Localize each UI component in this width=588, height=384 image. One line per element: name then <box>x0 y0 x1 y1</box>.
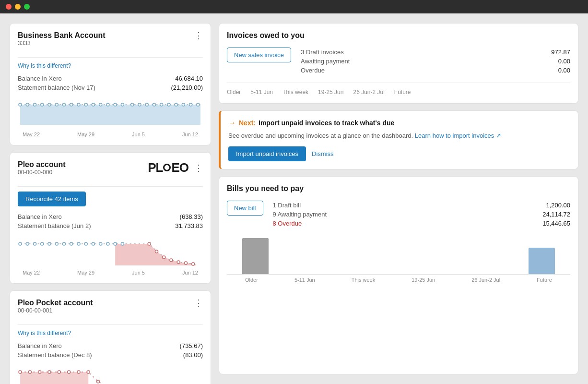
bank-account-menu-button[interactable]: ⋮ <box>194 31 203 40</box>
svg-point-3 <box>34 103 36 106</box>
new-sales-invoice-button[interactable]: New sales invoice <box>227 48 291 62</box>
bank-account-header: Business Bank Account 3333 ⋮ <box>18 31 203 52</box>
svg-point-43 <box>155 250 158 253</box>
invoice-stats: 3 Draft invoices 972.87 Awaiting payment… <box>301 48 570 75</box>
svg-marker-26 <box>115 244 196 265</box>
svg-point-17 <box>138 103 141 106</box>
learn-import-link[interactable]: Learn how to import invoices ↗ <box>415 132 501 139</box>
pleo-account-info: Pleo account 00-00-00-000 <box>18 160 66 181</box>
svg-point-37 <box>92 242 94 245</box>
dismiss-button[interactable]: Dismiss <box>312 150 334 157</box>
svg-point-18 <box>145 103 148 106</box>
svg-point-27 <box>19 242 22 245</box>
svg-point-25 <box>197 103 200 106</box>
svg-point-32 <box>55 242 58 245</box>
svg-point-35 <box>77 242 80 245</box>
tab-future[interactable]: Future <box>394 89 411 96</box>
svg-point-57 <box>87 371 90 373</box>
overdue-bills-row: 8 Overdue 15,446.65 <box>273 219 570 228</box>
minimize-button[interactable] <box>15 4 21 10</box>
bar-future-fill <box>529 248 555 274</box>
tab-older[interactable]: Older <box>227 89 241 96</box>
svg-point-12 <box>99 103 102 106</box>
main-content: Business Bank Account 3333 ⋮ Why is this… <box>0 13 588 384</box>
invoices-body: New sales invoice 3 Draft invoices 972.8… <box>227 48 570 75</box>
next-arrow-icon: → <box>228 119 236 127</box>
svg-point-58 <box>97 380 100 383</box>
pleo-account-card: Pleo account 00-00-00-000 PLEO ⋮ Reconci… <box>10 152 211 284</box>
svg-point-7 <box>62 103 65 106</box>
svg-point-11 <box>92 103 94 106</box>
close-button[interactable] <box>6 4 12 10</box>
pleo-logo: PLEO <box>148 160 188 175</box>
bills-bar-chart: Older 5-11 Jun This week 19-25 Jun 26 Ju… <box>227 236 570 283</box>
svg-point-53 <box>48 371 51 373</box>
svg-point-15 <box>121 103 124 106</box>
svg-point-13 <box>106 103 109 106</box>
why-different-link[interactable]: Why is this different? <box>18 62 203 69</box>
svg-point-29 <box>34 242 36 245</box>
svg-point-48 <box>192 263 195 265</box>
draft-bill-row: 1 Draft bill 1,200.00 <box>273 201 570 210</box>
svg-point-6 <box>55 103 58 106</box>
import-unpaid-invoices-button[interactable]: Import unpaid invoices <box>228 146 306 161</box>
tab-26-jun-2-jul[interactable]: 26 Jun-2 Jul <box>353 89 384 96</box>
awaiting-payment-row: Awaiting payment 0.00 <box>301 57 570 66</box>
svg-point-52 <box>38 371 41 373</box>
svg-point-30 <box>41 242 44 245</box>
bar-older-fill <box>242 238 269 274</box>
tab-19-25-jun[interactable]: 19-25 Jun <box>318 89 343 96</box>
pleo-account-chart <box>18 234 203 268</box>
reconcile-button[interactable]: Reconcile 42 items <box>18 192 86 206</box>
pleo-pocket-card: Pleo Pocket account 00-00-00-001 ⋮ Why i… <box>10 290 211 384</box>
svg-point-34 <box>70 242 73 245</box>
maximize-button[interactable] <box>24 4 30 10</box>
svg-point-24 <box>189 103 192 106</box>
svg-point-42 <box>148 242 151 245</box>
tab-5-11-jun[interactable]: 5-11 Jun <box>250 89 273 96</box>
pleo-pocket-menu-button[interactable]: ⋮ <box>194 299 203 307</box>
pleo-account-x-axis: May 22 May 29 Jun 5 Jun 12 <box>18 270 203 276</box>
svg-point-45 <box>170 259 173 262</box>
svg-point-28 <box>26 242 29 245</box>
svg-point-4 <box>41 103 44 106</box>
tab-this-week[interactable]: This week <box>282 89 308 96</box>
svg-point-46 <box>177 261 180 264</box>
bar-chart <box>227 236 570 274</box>
new-bill-button[interactable]: New bill <box>227 201 263 216</box>
bills-body: New bill 1 Draft bill 1,200.00 9 Awaitin… <box>227 201 570 228</box>
svg-point-44 <box>163 256 165 259</box>
next-actions: Import unpaid invoices Dismiss <box>228 146 570 161</box>
svg-point-23 <box>182 103 185 106</box>
pleo-balance-row: Balance in Xero (638.33) <box>18 212 203 221</box>
svg-point-50 <box>19 371 22 373</box>
pleo-pocket-why-different-link[interactable]: Why is this different? <box>18 330 203 336</box>
svg-point-36 <box>84 242 87 245</box>
bills-stats: 1 Draft bill 1,200.00 9 Awaiting payment… <box>273 201 570 228</box>
bills-card: Bills you need to pay New bill 1 Draft b… <box>219 176 578 375</box>
svg-point-38 <box>99 242 102 245</box>
bank-account-card: Business Bank Account 3333 ⋮ Why is this… <box>10 23 211 145</box>
svg-point-5 <box>48 103 51 106</box>
pleo-account-menu-button[interactable]: ⋮ <box>194 164 203 172</box>
pleo-pocket-header: Pleo Pocket account 00-00-00-001 ⋮ <box>18 299 203 320</box>
pleo-pocket-info: Pleo Pocket account 00-00-00-001 <box>18 299 93 320</box>
awaiting-payment-bills-row: 9 Awaiting payment 24,114.72 <box>273 210 570 219</box>
svg-point-33 <box>62 242 65 245</box>
bar-older <box>227 238 284 274</box>
svg-point-54 <box>58 371 60 373</box>
bank-account-title: Business Bank Account 3333 <box>18 31 106 52</box>
invoices-card: Invoices owed to you New sales invoice 3… <box>219 23 578 104</box>
svg-point-22 <box>175 103 177 106</box>
invoices-tabs: Older 5-11 Jun This week 19-25 Jun 26 Ju… <box>227 83 570 96</box>
titlebar <box>0 0 588 13</box>
svg-point-8 <box>70 103 73 106</box>
svg-point-56 <box>77 371 80 373</box>
svg-point-14 <box>114 103 117 106</box>
next-header: → Next: Import unpaid invoices to track … <box>228 119 570 127</box>
bank-account-chart <box>18 96 203 130</box>
pleo-statement-row: Statement balance (Jun 2) 31,733.83 <box>18 221 203 230</box>
right-column: Invoices owed to you New sales invoice 3… <box>219 23 578 374</box>
svg-point-1 <box>19 103 22 106</box>
svg-point-31 <box>48 242 51 245</box>
